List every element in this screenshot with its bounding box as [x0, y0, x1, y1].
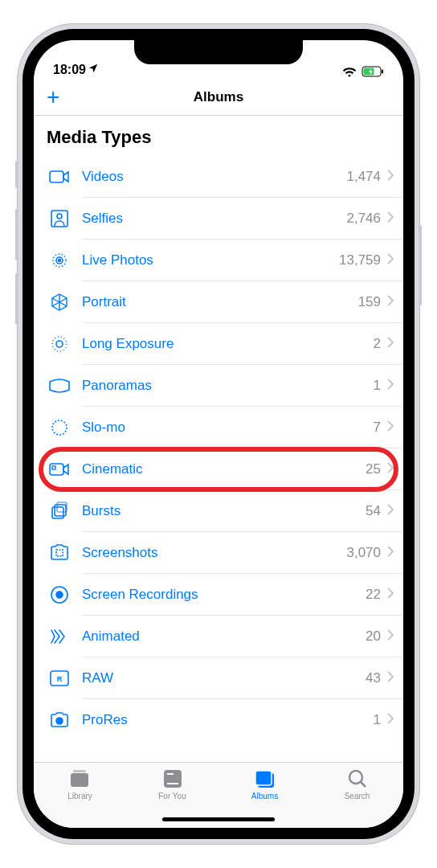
albums-icon	[253, 768, 277, 790]
svg-point-5	[57, 214, 62, 219]
chevron-right-icon	[387, 504, 394, 518]
chevron-right-icon	[387, 211, 394, 226]
panoramas-icon	[47, 375, 72, 397]
svg-point-20	[56, 592, 63, 598]
row-label: Live Photos	[82, 252, 339, 268]
svg-rect-1	[382, 70, 383, 74]
row-label: Long Exposure	[82, 336, 374, 352]
add-button[interactable]: +	[47, 84, 59, 110]
location-icon	[88, 63, 99, 77]
row-label: Videos	[82, 169, 346, 185]
animated-icon	[47, 625, 72, 648]
library-icon	[68, 768, 92, 790]
row-count: 3,070	[346, 545, 381, 561]
svg-rect-28	[167, 783, 178, 784]
row-label: ProRes	[82, 712, 374, 728]
media-type-row-panoramas[interactable]: Panoramas1	[34, 365, 403, 407]
row-count: 20	[366, 628, 381, 645]
tab-label: For You	[158, 792, 186, 800]
tab-search[interactable]: Search	[329, 768, 386, 828]
svg-rect-15	[52, 507, 63, 518]
slo-mo-icon	[47, 416, 72, 439]
media-type-row-prores[interactable]: ProRes1	[34, 699, 403, 741]
tab-label: Search	[345, 792, 370, 800]
row-label: Screen Recordings	[82, 587, 366, 603]
tab-library[interactable]: Library	[52, 768, 108, 828]
row-count: 7	[374, 420, 381, 436]
media-type-row-portrait[interactable]: Portrait159	[34, 281, 403, 323]
svg-rect-18	[56, 550, 63, 556]
chevron-right-icon	[387, 629, 394, 644]
chevron-right-icon	[387, 588, 394, 602]
media-type-row-screen-recordings[interactable]: Screen Recordings22	[34, 574, 403, 616]
row-count: 1,474	[346, 169, 381, 185]
status-time: 18:09	[53, 63, 86, 77]
media-type-row-selfies[interactable]: Selfies2,746	[34, 198, 403, 240]
media-type-row-screenshots[interactable]: Screenshots3,070	[34, 532, 403, 574]
row-count: 43	[366, 670, 381, 686]
wifi-icon	[342, 66, 357, 77]
tab-label: Library	[67, 792, 92, 800]
svg-point-11	[52, 420, 67, 435]
row-count: 1	[374, 712, 381, 728]
home-indicator[interactable]	[162, 817, 275, 821]
svg-point-23	[56, 718, 63, 724]
media-type-row-animated[interactable]: Animated20	[34, 616, 403, 657]
bursts-icon	[47, 500, 72, 522]
row-label: RAW	[82, 670, 366, 686]
svg-rect-25	[73, 770, 86, 772]
svg-line-32	[361, 782, 366, 787]
row-label: Selfies	[82, 211, 346, 227]
power-button	[419, 225, 422, 305]
row-count: 22	[366, 587, 381, 603]
chevron-right-icon	[387, 462, 394, 477]
screen: 18:09	[34, 40, 403, 828]
nav-title: Albums	[194, 89, 243, 105]
selfies-icon	[47, 207, 72, 230]
row-count: 1	[374, 378, 381, 394]
videos-icon	[47, 166, 72, 188]
svg-point-9	[56, 341, 63, 347]
portrait-icon	[47, 291, 72, 313]
svg-rect-16	[55, 505, 66, 516]
media-type-row-videos[interactable]: Videos1,474	[34, 156, 403, 198]
row-label: Bursts	[82, 503, 366, 519]
svg-point-31	[349, 771, 362, 784]
search-icon	[347, 768, 368, 790]
row-count: 2	[374, 336, 381, 352]
media-type-row-slo-mo[interactable]: Slo-mo7	[34, 407, 403, 448]
row-label: Animated	[82, 628, 366, 645]
chevron-right-icon	[387, 379, 394, 393]
svg-point-8	[59, 260, 61, 262]
volume-up	[15, 209, 18, 260]
svg-rect-27	[167, 773, 174, 775]
chevron-right-icon	[387, 671, 394, 686]
svg-text:R: R	[57, 675, 63, 683]
phone-frame: 18:09	[18, 24, 419, 844]
svg-rect-24	[71, 773, 88, 787]
foryou-icon	[162, 768, 183, 790]
media-type-list: Videos1,474Selfies2,746Live Photos13,759…	[34, 156, 403, 741]
svg-rect-26	[164, 770, 182, 788]
svg-rect-13	[52, 466, 55, 469]
chevron-right-icon	[387, 713, 394, 727]
chevron-right-icon	[387, 170, 394, 184]
svg-rect-3	[50, 171, 63, 182]
notch	[134, 40, 303, 64]
media-type-row-cinematic[interactable]: Cinematic25	[34, 448, 403, 490]
chevron-right-icon	[387, 295, 394, 309]
chevron-right-icon	[387, 420, 394, 435]
chevron-right-icon	[387, 253, 394, 268]
media-type-row-long-exposure[interactable]: Long Exposure2	[34, 323, 403, 365]
row-label: Panoramas	[82, 378, 374, 394]
row-label: Portrait	[82, 294, 358, 310]
screenshots-icon	[47, 542, 72, 564]
media-type-row-live-photos[interactable]: Live Photos13,759	[34, 240, 403, 281]
chevron-right-icon	[387, 337, 394, 351]
screen-recordings-icon	[47, 583, 72, 606]
media-type-row-raw[interactable]: RRAW43	[34, 657, 403, 699]
raw-icon: R	[47, 667, 72, 690]
row-count: 25	[366, 461, 381, 477]
row-label: Screenshots	[82, 545, 346, 561]
media-type-row-bursts[interactable]: Bursts54	[34, 490, 403, 532]
